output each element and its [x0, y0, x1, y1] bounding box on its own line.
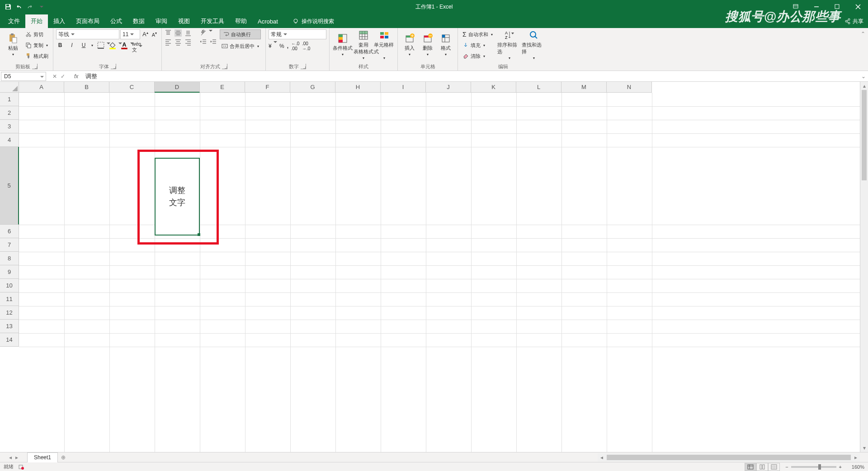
row-header-12[interactable]: 12 — [0, 306, 19, 320]
macro-record-icon[interactable] — [18, 464, 24, 470]
enter-formula-icon[interactable]: ✓ — [61, 73, 65, 80]
active-cell[interactable]: 调整 文字 — [155, 158, 200, 236]
decrease-font-icon[interactable]: A▾ — [151, 31, 158, 38]
accounting-icon[interactable]: ¥ — [269, 43, 277, 49]
minimize-icon[interactable] — [807, 0, 826, 13]
col-header-E[interactable]: E — [200, 82, 245, 93]
fx-icon[interactable]: fx — [71, 73, 82, 80]
align-top-icon[interactable] — [165, 29, 172, 37]
tab-insert[interactable]: 插入 — [48, 14, 71, 28]
wrap-text-button[interactable]: 自动换行 — [220, 29, 261, 39]
font-launcher[interactable] — [111, 64, 116, 69]
col-header-D[interactable]: D — [155, 82, 200, 93]
formula-input[interactable]: 调整 — [82, 72, 859, 80]
decrease-indent-icon[interactable] — [200, 38, 207, 46]
row-header-3[interactable]: 3 — [0, 120, 19, 133]
col-header-L[interactable]: L — [516, 82, 561, 93]
number-format-combo[interactable]: 常规 — [269, 29, 326, 39]
merge-center-button[interactable]: 合并后居中▾ — [220, 41, 261, 51]
undo-icon[interactable] — [15, 3, 23, 10]
next-sheet-icon[interactable]: ▸ — [15, 454, 18, 461]
horizontal-scrollbar[interactable]: ◂ ▸ — [598, 453, 860, 462]
increase-font-icon[interactable]: A▴ — [141, 31, 150, 38]
format-table-button[interactable]: 套用 表格格式▾ — [353, 29, 374, 60]
decrease-decimal-icon[interactable]: .00→.0 — [302, 41, 310, 51]
cell-styles-button[interactable]: 单元格样式▾ — [374, 29, 395, 60]
tab-help[interactable]: 帮助 — [230, 14, 252, 28]
normal-view-icon[interactable] — [745, 463, 756, 471]
percent-icon[interactable]: % — [279, 43, 284, 49]
ribbon-options-icon[interactable] — [786, 0, 806, 13]
col-header-K[interactable]: K — [471, 82, 516, 93]
prev-sheet-icon[interactable]: ◂ — [9, 454, 12, 461]
zoom-in-icon[interactable]: + — [839, 464, 842, 470]
col-header-A[interactable]: A — [19, 82, 64, 93]
font-size-combo[interactable]: 11 — [120, 29, 140, 39]
row-header-7[interactable]: 7 — [0, 238, 19, 252]
phonetic-icon[interactable]: wén文 — [132, 41, 140, 49]
align-right-icon[interactable] — [184, 38, 192, 46]
tab-home[interactable]: 开始 — [25, 14, 48, 28]
col-header-F[interactable]: F — [245, 82, 290, 93]
tab-formulas[interactable]: 公式 — [105, 14, 127, 28]
row-header-1[interactable]: 1 — [0, 93, 19, 106]
vscroll-thumb[interactable] — [862, 90, 867, 180]
autosum-button[interactable]: Σ自动求和▾ — [461, 29, 495, 39]
share-button[interactable]: 共享 — [844, 14, 863, 28]
zoom-out-icon[interactable]: − — [785, 464, 788, 470]
number-launcher[interactable] — [301, 64, 306, 69]
page-break-view-icon[interactable] — [768, 463, 780, 471]
close-icon[interactable] — [848, 0, 868, 13]
save-icon[interactable] — [5, 3, 12, 10]
maximize-icon[interactable] — [827, 0, 847, 13]
row-header-10[interactable]: 10 — [0, 279, 19, 292]
copy-button[interactable]: 复制▾ — [24, 40, 50, 50]
vertical-scrollbar[interactable]: ▴ ▾ — [860, 82, 868, 452]
delete-cells-button[interactable]: 删除▾ — [419, 29, 437, 60]
row-header-6[interactable]: 6 — [0, 225, 19, 238]
fill-color-icon[interactable] — [108, 41, 117, 49]
bold-button[interactable]: B — [56, 42, 64, 48]
sort-filter-button[interactable]: AZ排序和筛选▾ — [497, 29, 522, 60]
select-all-corner[interactable] — [0, 82, 19, 93]
tab-acrobat[interactable]: Acrobat — [252, 14, 283, 28]
tab-developer[interactable]: 开发工具 — [195, 14, 230, 28]
row-header-13[interactable]: 13 — [0, 320, 19, 333]
col-header-I[interactable]: I — [381, 82, 426, 93]
increase-decimal-icon[interactable]: ←.0.00 — [291, 41, 299, 51]
font-color-icon[interactable]: A — [120, 41, 128, 49]
row-header-14[interactable]: 14 — [0, 333, 19, 347]
zoom-slider[interactable] — [791, 466, 836, 468]
row-header-9[interactable]: 9 — [0, 265, 19, 279]
name-box[interactable]: D5 — [1, 72, 46, 81]
page-layout-view-icon[interactable] — [756, 463, 768, 471]
border-icon[interactable] — [97, 41, 105, 49]
clear-button[interactable]: 清除▾ — [461, 51, 495, 61]
format-cells-button[interactable]: 格式▾ — [437, 29, 455, 60]
paste-button[interactable]: 粘贴 ▾ — [3, 29, 24, 60]
qat-customize-icon[interactable] — [37, 3, 44, 10]
hscroll-thumb[interactable] — [607, 455, 851, 460]
clipboard-launcher[interactable] — [32, 64, 38, 69]
align-center-icon[interactable] — [175, 38, 182, 46]
col-header-J[interactable]: J — [426, 82, 471, 93]
tell-me-search[interactable]: 操作说明搜索 — [289, 14, 338, 28]
expand-formula-icon[interactable]: ⌄ — [859, 73, 868, 80]
align-bottom-icon[interactable] — [184, 29, 192, 37]
tab-data[interactable]: 数据 — [127, 14, 150, 28]
underline-button[interactable]: U — [80, 42, 88, 48]
align-middle-icon[interactable] — [175, 29, 182, 37]
scroll-left-icon[interactable]: ◂ — [598, 454, 606, 461]
tab-view[interactable]: 视图 — [173, 14, 195, 28]
fill-button[interactable]: 填充▾ — [461, 40, 495, 50]
scroll-right-icon[interactable]: ▸ — [852, 454, 860, 461]
conditional-format-button[interactable]: 条件格式▾ — [332, 29, 353, 60]
font-name-combo[interactable]: 等线 — [56, 29, 119, 39]
cells-area[interactable]: 调整 文字 — [19, 93, 860, 452]
align-left-icon[interactable] — [165, 38, 172, 46]
cancel-formula-icon[interactable]: ✕ — [52, 73, 57, 80]
col-header-B[interactable]: B — [64, 82, 109, 93]
orientation-icon[interactable]: ab — [200, 29, 207, 37]
tab-page-layout[interactable]: 页面布局 — [71, 14, 105, 28]
find-select-button[interactable]: 查找和选择▾ — [522, 29, 546, 60]
